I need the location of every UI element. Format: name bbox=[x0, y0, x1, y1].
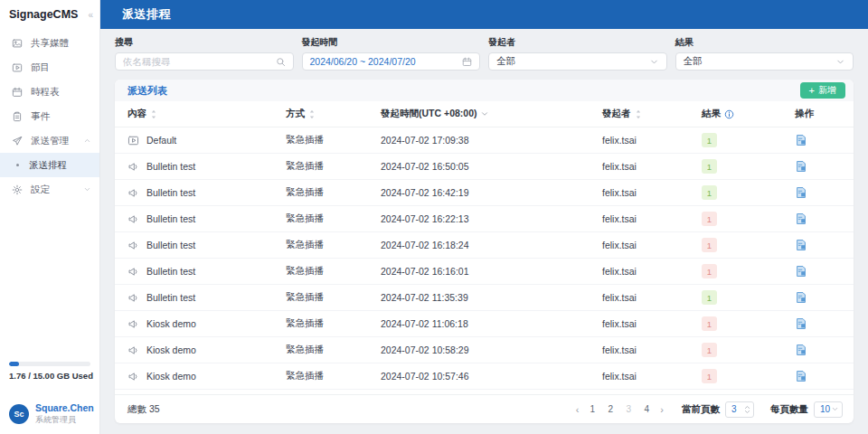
result-badge[interactable]: 1 bbox=[702, 238, 717, 252]
action-cell bbox=[795, 344, 854, 356]
report-icon[interactable] bbox=[795, 160, 807, 173]
result-badge[interactable]: 1 bbox=[702, 264, 717, 278]
report-icon[interactable] bbox=[795, 186, 807, 199]
table-row: Kiosk demo緊急插播2024-07-02 10:58:29felix.t… bbox=[115, 337, 854, 363]
report-icon[interactable] bbox=[795, 265, 807, 278]
next-page-arrow[interactable]: › bbox=[658, 404, 665, 415]
result-select[interactable]: 全部 bbox=[675, 52, 854, 71]
sidebar-item-programs[interactable]: 節目 bbox=[0, 55, 99, 80]
search-label: 搜尋 bbox=[115, 36, 294, 49]
sidebar-item-shared-media[interactable]: 共享媒體 bbox=[0, 31, 99, 55]
sort-icon[interactable] bbox=[480, 109, 489, 118]
time-cell: 2024-07-02 10:57:46 bbox=[381, 371, 602, 382]
result-cell: 1 bbox=[702, 264, 795, 278]
column-header[interactable]: 內容 bbox=[127, 108, 286, 120]
report-icon[interactable] bbox=[795, 317, 807, 330]
result-badge[interactable]: 1 bbox=[702, 185, 717, 200]
result-badge[interactable]: 1 bbox=[702, 133, 717, 147]
page-button-2[interactable]: 2 bbox=[604, 404, 617, 414]
page-button-3[interactable]: 3 bbox=[622, 404, 635, 414]
page-button-1[interactable]: 1 bbox=[586, 404, 599, 414]
sidebar-item-label: 設定 bbox=[31, 184, 83, 196]
column-header[interactable]: 結果 bbox=[702, 108, 795, 120]
sidebar-item-dispatch-schedule[interactable]: 派送排程 bbox=[0, 153, 99, 177]
method-cell: 緊急插播 bbox=[286, 212, 381, 225]
result-badge[interactable]: 1 bbox=[702, 290, 717, 305]
stepper-icon[interactable] bbox=[744, 405, 750, 414]
date-range-picker[interactable]: 2024/06/20 ~ 2024/07/20 bbox=[302, 52, 481, 71]
sort-icon[interactable] bbox=[150, 108, 157, 120]
search-input[interactable] bbox=[123, 56, 276, 67]
dispatch-list-card: 派送列表 + 新增 內容方式發起時間(UTC +08:00)發起者結果操作 De… bbox=[115, 80, 854, 423]
sidebar-collapse-icon[interactable]: « bbox=[88, 10, 93, 20]
bullet-icon bbox=[16, 164, 19, 166]
report-icon[interactable] bbox=[795, 370, 807, 382]
program-icon bbox=[127, 135, 139, 146]
page-size-select[interactable]: 10 bbox=[814, 401, 843, 418]
result-badge[interactable]: 1 bbox=[702, 369, 717, 383]
initiator-cell: felix.tsai bbox=[602, 371, 702, 382]
avatar: Sc bbox=[9, 404, 29, 424]
add-button-label: 新增 bbox=[818, 84, 836, 97]
column-header[interactable]: 方式 bbox=[286, 108, 381, 120]
megaphone-icon bbox=[127, 213, 139, 225]
table-row: Bulletin test緊急插播2024-07-02 16:42:19feli… bbox=[115, 180, 854, 206]
sidebar-item-dispatch-management[interactable]: 派送管理 bbox=[0, 128, 99, 153]
search-icon[interactable] bbox=[276, 57, 286, 67]
content-cell: Bulletin test bbox=[127, 292, 286, 304]
column-header[interactable]: 發起時間(UTC +08:00) bbox=[381, 108, 602, 120]
pagination: ‹1234› bbox=[574, 404, 665, 415]
chevron-down-icon bbox=[83, 185, 91, 193]
content-cell: Kiosk demo bbox=[127, 371, 286, 382]
column-header[interactable]: 發起者 bbox=[602, 108, 702, 120]
method-cell: 緊急插播 bbox=[286, 317, 381, 330]
info-icon[interactable] bbox=[724, 109, 734, 119]
storage-bar bbox=[9, 362, 90, 366]
result-badge[interactable]: 1 bbox=[702, 159, 717, 174]
report-icon[interactable] bbox=[795, 134, 807, 146]
initiator-label: 發起者 bbox=[488, 36, 667, 49]
result-badge[interactable]: 1 bbox=[702, 212, 717, 226]
initiator-cell: felix.tsai bbox=[602, 292, 702, 303]
sort-icon[interactable] bbox=[635, 108, 642, 120]
page-button-4[interactable]: 4 bbox=[640, 404, 653, 414]
time-cell: 2024-07-02 10:58:29 bbox=[381, 344, 602, 355]
result-label: 結果 bbox=[675, 36, 854, 49]
action-cell bbox=[795, 239, 854, 251]
user-role: 系統管理員 bbox=[35, 414, 94, 426]
content-name: Bulletin test bbox=[146, 161, 195, 172]
media-icon bbox=[12, 38, 23, 49]
sidebar-item-schedules[interactable]: 時程表 bbox=[0, 80, 99, 104]
sidebar-item-label: 時程表 bbox=[31, 86, 91, 99]
report-icon[interactable] bbox=[795, 212, 807, 225]
time-cell: 2024-07-02 16:18:24 bbox=[381, 240, 602, 250]
sort-icon[interactable] bbox=[308, 108, 316, 120]
sidebar-item-events[interactable]: 事件 bbox=[0, 104, 99, 128]
add-button[interactable]: + 新增 bbox=[800, 82, 845, 99]
megaphone-icon bbox=[127, 161, 139, 173]
filter-initiator: 發起者 全部 bbox=[488, 36, 667, 71]
storage-bar-fill bbox=[9, 362, 19, 366]
sidebar-header: SignageCMS « bbox=[0, 0, 99, 26]
megaphone-icon bbox=[127, 344, 139, 356]
initiator-select[interactable]: 全部 bbox=[488, 52, 667, 71]
current-page-input[interactable]: 3 bbox=[725, 401, 754, 418]
sidebar-item-settings[interactable]: 設定 bbox=[0, 177, 99, 202]
content-name: Kiosk demo bbox=[146, 344, 196, 355]
chevron-down-icon bbox=[831, 405, 839, 413]
result-cell: 1 bbox=[702, 212, 795, 226]
filter-bar: 搜尋 發起時間 2024/06/20 ~ 2024/07/20 bbox=[100, 29, 868, 80]
table-header-row: 內容方式發起時間(UTC +08:00)發起者結果操作 bbox=[115, 101, 854, 127]
report-icon[interactable] bbox=[795, 291, 807, 304]
report-icon[interactable] bbox=[795, 239, 807, 251]
result-badge[interactable]: 1 bbox=[702, 343, 717, 357]
result-cell: 1 bbox=[702, 369, 795, 383]
user-profile[interactable]: Sc Square.Chen 系統管理員 bbox=[9, 402, 90, 426]
method-cell: 緊急插播 bbox=[286, 134, 381, 146]
program-icon bbox=[12, 62, 23, 73]
report-icon[interactable] bbox=[795, 344, 807, 356]
table-row: Kiosk demo緊急插播2024-07-02 11:06:18felix.t… bbox=[115, 311, 854, 337]
result-badge[interactable]: 1 bbox=[702, 316, 717, 331]
content-cell: Bulletin test bbox=[127, 213, 286, 225]
prev-page-arrow[interactable]: ‹ bbox=[574, 404, 581, 415]
